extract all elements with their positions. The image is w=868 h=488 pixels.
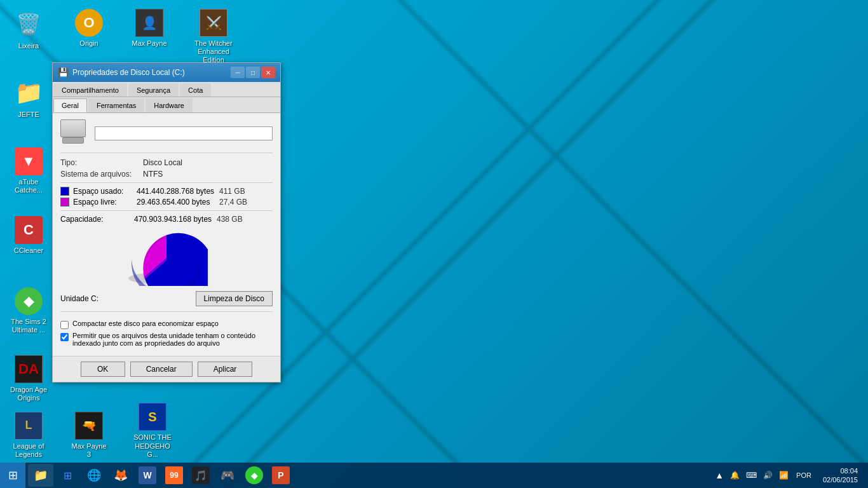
desktop-icon-jefte[interactable]: 📁 JEFTE bbox=[6, 75, 51, 121]
index-checkbox[interactable] bbox=[60, 333, 69, 341]
ccleaner-label: CCleaner bbox=[14, 247, 43, 255]
divider-2 bbox=[60, 210, 273, 211]
pie-chart bbox=[125, 229, 208, 286]
witcher-label: The Witcher Enhanced Edition bbox=[191, 39, 236, 65]
drive-clean-section: Unidade C: Limpeza de Disco bbox=[60, 288, 273, 306]
taskbar-media[interactable]: 🎵 bbox=[188, 464, 214, 487]
used-color-box bbox=[60, 187, 69, 196]
dragon-age-icon: DA bbox=[15, 355, 43, 383]
desktop-icon-witcher[interactable]: ⚔️ The Witcher Enhanced Edition bbox=[188, 6, 239, 67]
lol-icon: L bbox=[15, 412, 43, 440]
compress-label: Compactar este disco para economizar esp… bbox=[72, 320, 219, 327]
compress-checkbox[interactable] bbox=[60, 321, 69, 329]
taskbar-language[interactable]: POR bbox=[794, 471, 814, 479]
tab-hardware[interactable]: Hardware bbox=[146, 98, 193, 112]
desktop-icon-max-payne[interactable]: 👤 Max Payne bbox=[127, 6, 172, 50]
window-content: Tipo: Disco Local Sistema de arquivos: N… bbox=[53, 113, 280, 356]
used-gb: 411 GB bbox=[219, 187, 245, 196]
media-icon: 🎵 bbox=[192, 466, 210, 484]
capacity-gb: 438 GB bbox=[217, 215, 243, 224]
taskbar-file-explorer[interactable]: 📁 bbox=[28, 464, 53, 487]
taskbar-task-manager[interactable]: ⊞ bbox=[55, 464, 80, 487]
file-explorer-icon: 📁 bbox=[34, 468, 48, 482]
tab-geral[interactable]: Geral bbox=[53, 98, 87, 112]
free-space-row: Espaço livre: 29.463.654.400 bytes 27,4 … bbox=[60, 198, 273, 207]
ccleaner-icon: C bbox=[15, 216, 43, 244]
notepad-icon: 99 bbox=[165, 466, 183, 484]
free-bytes: 29.463.654.400 bytes bbox=[137, 198, 219, 207]
taskbar-steam[interactable]: 🎮 bbox=[215, 464, 240, 487]
tab-cota[interactable]: Cota bbox=[180, 83, 211, 97]
desktop-icon-max-payne-3[interactable]: 🔫 Max Payne 3 bbox=[67, 409, 111, 461]
used-label: Espaço usado: bbox=[73, 187, 137, 196]
used-space-row: Espaço usado: 441.440.288.768 bytes 411 … bbox=[60, 187, 273, 196]
index-label: Permitir que os arquivos desta unidade t… bbox=[72, 332, 273, 347]
type-value: Disco Local bbox=[143, 158, 182, 167]
desktop-icon-sonic[interactable]: S SONIC THE HEDGEHOG... bbox=[130, 400, 175, 461]
desktop-icon-lixeira[interactable]: 🗑️ Lixeira bbox=[6, 6, 51, 53]
taskbar-sims[interactable]: ◆ bbox=[241, 464, 267, 487]
tab-compartilhamento[interactable]: Compartilhamento bbox=[53, 83, 127, 97]
divider-1 bbox=[60, 182, 273, 183]
apply-button[interactable]: Aplicar bbox=[198, 362, 253, 377]
clean-disk-button[interactable]: Limpeza de Disco bbox=[196, 291, 273, 306]
window-title-text: Propriedades de Disco Local (C:) bbox=[72, 68, 185, 77]
sonic-icon: S bbox=[139, 403, 166, 431]
dragon-age-label: Dragon Age Origins bbox=[9, 386, 48, 402]
drive-name-input[interactable] bbox=[95, 126, 273, 140]
tray-volume[interactable]: 🔊 bbox=[762, 470, 774, 481]
start-icon: ⊞ bbox=[8, 468, 18, 482]
desktop-icon-dragon-age[interactable]: DA Dragon Age Origins bbox=[6, 353, 51, 405]
firefox-icon: 🦊 bbox=[114, 468, 128, 482]
max-payne-icon: 👤 bbox=[135, 9, 163, 37]
origin-label: Origin bbox=[79, 39, 98, 48]
taskbar-word[interactable]: W bbox=[135, 464, 160, 487]
close-button[interactable]: ✕ bbox=[261, 67, 275, 78]
desktop-icon-atube[interactable]: ▼ aTube Catche... bbox=[6, 145, 51, 197]
desktop-icon-origin[interactable]: O Origin bbox=[67, 6, 111, 50]
tray-notification[interactable]: 🔔 bbox=[729, 470, 741, 481]
lixeira-label: Lixeira bbox=[18, 42, 39, 50]
capacity-label: Capacidade: bbox=[60, 215, 134, 224]
taskbar-powerpoint[interactable]: P bbox=[268, 464, 294, 487]
tab-ferramentas[interactable]: Ferramentas bbox=[88, 98, 144, 112]
filesystem-row: Sistema de arquivos: NTFS bbox=[60, 170, 273, 179]
clock-date: 02/06/2015 bbox=[823, 475, 858, 484]
taskbar-tray: ▲ 🔔 ⌨ 🔊 📶 POR 08:04 02/06/2015 bbox=[709, 466, 868, 485]
jefte-label: JEFTE bbox=[18, 111, 39, 119]
tray-show-hidden[interactable]: ▲ bbox=[714, 469, 725, 482]
checkbox-section: Compactar este disco para economizar esp… bbox=[60, 311, 273, 347]
window-title-area: 💾 Propriedades de Disco Local (C:) bbox=[58, 67, 185, 78]
word-icon: W bbox=[139, 466, 156, 484]
desktop-icon-lol[interactable]: L League of Legends bbox=[6, 409, 51, 461]
tab-seguranca[interactable]: Segurança bbox=[128, 83, 179, 97]
clock-time: 08:04 bbox=[823, 466, 858, 475]
origin-icon: O bbox=[75, 9, 103, 37]
chrome-icon: 🌐 bbox=[87, 468, 101, 482]
tray-keyboard[interactable]: ⌨ bbox=[745, 470, 758, 481]
type-row: Tipo: Disco Local bbox=[60, 158, 273, 167]
taskbar-notepad[interactable]: 99 bbox=[161, 464, 187, 487]
ok-button[interactable]: OK bbox=[81, 362, 125, 377]
task-manager-icon: ⊞ bbox=[64, 470, 72, 482]
checkbox-row-2: Permitir que os arquivos desta unidade t… bbox=[60, 332, 273, 347]
minimize-button[interactable]: ─ bbox=[231, 67, 245, 78]
taskbar-chrome[interactable]: 🌐 bbox=[81, 464, 107, 487]
filesystem-label: Sistema de arquivos: bbox=[60, 170, 143, 179]
taskbar-items: 📁 ⊞ 🌐 🦊 W 99 🎵 🎮 ◆ bbox=[25, 463, 709, 488]
tray-network[interactable]: 📶 bbox=[778, 470, 790, 481]
steam-icon: 🎮 bbox=[220, 468, 234, 482]
start-button[interactable]: ⊞ bbox=[0, 463, 25, 488]
cancel-button[interactable]: Cancelar bbox=[130, 362, 193, 377]
used-bytes: 441.440.288.768 bytes bbox=[137, 187, 219, 196]
maximize-button[interactable]: □ bbox=[246, 67, 260, 78]
max-payne-3-label: Max Payne 3 bbox=[69, 442, 109, 459]
taskbar-firefox[interactable]: 🦊 bbox=[108, 464, 133, 487]
window-titlebar: 💾 Propriedades de Disco Local (C:) ─ □ ✕ bbox=[53, 63, 280, 82]
tabs-row-1: Compartilhamento Segurança Cota bbox=[53, 82, 280, 97]
pie-section: Unidade C: Limpeza de Disco bbox=[60, 229, 273, 306]
desktop-icon-sims2[interactable]: ◆ The Sims 2 Ultimate ... bbox=[6, 285, 51, 337]
atube-icon: ▼ bbox=[15, 147, 43, 175]
desktop-icon-ccleaner[interactable]: C CCleaner bbox=[6, 214, 51, 257]
filesystem-value: NTFS bbox=[143, 170, 163, 179]
